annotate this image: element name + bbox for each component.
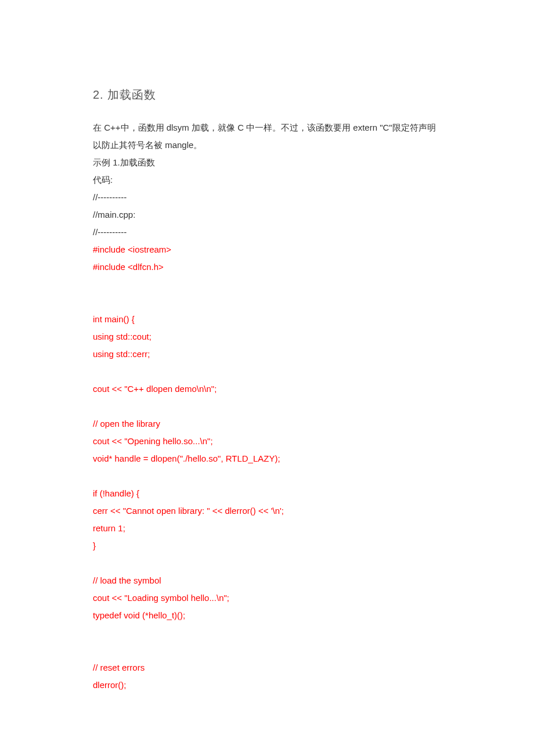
document-page: 2. 加载函数 在 C++中，函数用 dlsym 加载，就像 C 中一样。不过，… (0, 0, 534, 729)
section-heading: 2. 加载函数 (93, 87, 441, 103)
code-cout-demo: cout << "C++ dlopen demo\n\n"; (93, 380, 441, 398)
code-cout-opening: cout << "Opening hello.so...\n"; (93, 433, 441, 450)
code-return-1: return 1; (93, 520, 441, 537)
blank-line (93, 363, 441, 380)
code-if-not-handle: if (!handle) { (93, 485, 441, 502)
code-typedef: typedef void (*hello_t)(); (93, 607, 441, 624)
code-include-dlfcn: #include <dlfcn.h> (93, 258, 441, 276)
blank-line (93, 555, 441, 572)
code-using-cout: using std::cout; (93, 328, 441, 345)
code-cout-loading: cout << "Loading symbol hello...\n"; (93, 589, 441, 607)
blank-line (93, 624, 441, 642)
code-main-open: int main() { (93, 311, 441, 328)
code-cerr-cannot-open: cerr << "Cannot open library: " << dlerr… (93, 502, 441, 520)
blank-line (93, 276, 441, 293)
code-using-cerr: using std::cerr; (93, 345, 441, 363)
code-dlopen: void* handle = dlopen("./hello.so", RTLD… (93, 450, 441, 467)
code-dlerror: dlerror(); (93, 676, 441, 694)
intro-example-label: 示例 1.加载函数 (93, 154, 441, 171)
blank-line (93, 293, 441, 311)
intro-paragraph-1: 在 C++中，函数用 dlsym 加载，就像 C 中一样。不过，该函数要用 ex… (93, 119, 441, 154)
code-comment-open-lib: // open the library (93, 415, 441, 433)
code-include-iostream: #include <iostream> (93, 241, 441, 258)
comment-filename: //main.cpp: (93, 206, 441, 224)
intro-code-label: 代码: (93, 171, 441, 189)
code-close-brace: } (93, 537, 441, 555)
code-comment-reset: // reset errors (93, 659, 441, 676)
comment-sep-1: //---------- (93, 189, 441, 206)
comment-sep-2: //---------- (93, 224, 441, 241)
blank-line (93, 642, 441, 659)
code-comment-load-symbol: // load the symbol (93, 572, 441, 589)
blank-line (93, 398, 441, 415)
blank-line (93, 467, 441, 485)
